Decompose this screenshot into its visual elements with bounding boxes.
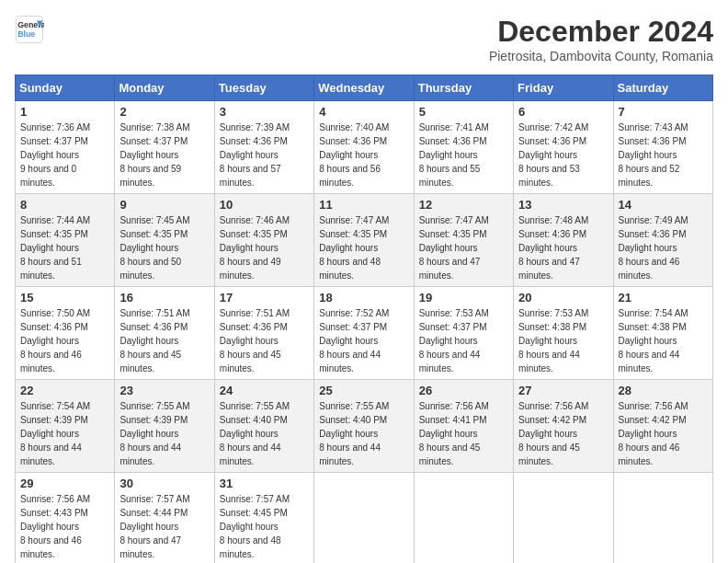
daylight-label: Daylight hours [20,243,79,253]
sunset-label: Sunset: 4:36 PM [220,136,288,146]
calendar-header-tuesday: Tuesday [214,75,313,101]
daylight-label: Daylight hours [619,243,677,253]
daylight-value: 8 hours and 47 minutes. [419,257,481,281]
sunrise-label: Sunrise: 7:47 AM [319,215,389,225]
day-info: Sunrise: 7:57 AM Sunset: 4:45 PM Dayligh… [220,492,309,561]
daylight-label: Daylight hours [319,336,378,346]
logo: General Blue [15,15,44,44]
daylight-value: 8 hours and 46 minutes. [20,350,82,373]
day-number: 20 [518,291,608,304]
day-info: Sunrise: 7:43 AM Sunset: 4:36 PM Dayligh… [619,121,708,190]
daylight-label: Daylight hours [419,243,478,253]
calendar-day-cell: 14 Sunrise: 7:49 AM Sunset: 4:36 PM Dayl… [613,194,712,287]
calendar-day-cell: 12 Sunrise: 7:47 AM Sunset: 4:35 PM Dayl… [414,194,513,287]
calendar-day-cell: 11 Sunrise: 7:47 AM Sunset: 4:35 PM Dayl… [314,194,414,287]
day-number: 6 [518,105,608,119]
daylight-label: Daylight hours [518,429,577,439]
calendar-day-cell: 3 Sunrise: 7:39 AM Sunset: 4:36 PM Dayli… [214,101,313,194]
title-area: December 2024 Pietrosita, Dambovita Coun… [489,15,713,63]
calendar-day-cell: 13 Sunrise: 7:48 AM Sunset: 4:36 PM Dayl… [514,194,613,287]
sunrise-label: Sunrise: 7:52 AM [319,308,389,318]
sunset-label: Sunset: 4:36 PM [419,136,487,146]
daylight-label: Daylight hours [319,243,378,253]
daylight-value: 8 hours and 45 minutes. [220,350,281,373]
daylight-value: 8 hours and 44 minutes. [20,442,82,466]
calendar-day-cell: 30 Sunrise: 7:57 AM Sunset: 4:44 PM Dayl… [115,473,214,564]
daylight-label: Daylight hours [220,150,279,160]
sunrise-label: Sunrise: 7:53 AM [518,308,588,318]
day-number: 15 [20,291,109,304]
daylight-value: 8 hours and 45 minutes. [518,442,580,466]
day-number: 4 [319,105,408,119]
calendar-table: SundayMondayTuesdayWednesdayThursdayFrid… [15,75,713,563]
sunset-label: Sunset: 4:36 PM [619,136,687,146]
daylight-label: Daylight hours [619,429,677,439]
day-number: 29 [20,477,109,490]
sunrise-label: Sunrise: 7:43 AM [619,122,688,132]
day-number: 12 [419,198,508,212]
daylight-label: Daylight hours [20,336,79,346]
day-info: Sunrise: 7:57 AM Sunset: 4:44 PM Dayligh… [119,492,209,561]
day-info: Sunrise: 7:53 AM Sunset: 4:38 PM Dayligh… [518,306,608,375]
calendar-day-cell: 25 Sunrise: 7:55 AM Sunset: 4:40 PM Dayl… [314,380,414,473]
daylight-value: 8 hours and 59 minutes. [119,164,181,188]
calendar-day-cell: 20 Sunrise: 7:53 AM Sunset: 4:38 PM Dayl… [514,287,613,380]
sunrise-label: Sunrise: 7:53 AM [419,308,489,318]
sunrise-label: Sunrise: 7:47 AM [419,215,489,225]
daylight-value: 8 hours and 46 minutes. [619,257,680,281]
day-number: 2 [119,105,209,119]
daylight-label: Daylight hours [119,336,178,346]
daylight-value: 8 hours and 49 minutes. [220,257,281,281]
calendar-day-cell: 31 Sunrise: 7:57 AM Sunset: 4:45 PM Dayl… [214,473,313,564]
sunset-label: Sunset: 4:40 PM [319,415,387,425]
calendar-day-cell: 2 Sunrise: 7:38 AM Sunset: 4:37 PM Dayli… [115,101,214,194]
calendar-week-row: 8 Sunrise: 7:44 AM Sunset: 4:35 PM Dayli… [16,194,713,287]
calendar-header-thursday: Thursday [414,75,513,101]
daylight-value: 8 hours and 51 minutes. [20,257,82,281]
day-info: Sunrise: 7:56 AM Sunset: 4:42 PM Dayligh… [619,399,708,468]
day-info: Sunrise: 7:42 AM Sunset: 4:36 PM Dayligh… [518,121,608,190]
day-info: Sunrise: 7:48 AM Sunset: 4:36 PM Dayligh… [518,213,608,282]
daylight-value: 8 hours and 50 minutes. [119,257,181,281]
daylight-label: Daylight hours [319,429,378,439]
daylight-value: 8 hours and 44 minutes. [619,350,680,373]
calendar-day-cell: 6 Sunrise: 7:42 AM Sunset: 4:36 PM Dayli… [514,101,613,194]
sunrise-label: Sunrise: 7:46 AM [220,215,290,225]
daylight-label: Daylight hours [619,336,677,346]
daylight-value: 8 hours and 47 minutes. [518,257,580,281]
sunset-label: Sunset: 4:43 PM [20,508,88,518]
day-number: 30 [119,477,209,490]
sunrise-label: Sunrise: 7:57 AM [119,494,189,504]
sunset-label: Sunset: 4:36 PM [518,229,586,239]
calendar-day-cell [613,473,712,564]
calendar-day-cell: 19 Sunrise: 7:53 AM Sunset: 4:37 PM Dayl… [414,287,513,380]
sunrise-label: Sunrise: 7:50 AM [20,308,90,318]
sunset-label: Sunset: 4:37 PM [119,136,188,146]
day-info: Sunrise: 7:41 AM Sunset: 4:36 PM Dayligh… [419,121,508,190]
daylight-value: 8 hours and 44 minutes. [518,350,580,373]
day-number: 10 [220,198,309,212]
daylight-label: Daylight hours [119,429,178,439]
daylight-value: 8 hours and 44 minutes. [319,350,381,373]
daylight-label: Daylight hours [419,429,478,439]
daylight-label: Daylight hours [220,243,279,253]
day-info: Sunrise: 7:55 AM Sunset: 4:40 PM Dayligh… [319,399,408,468]
day-info: Sunrise: 7:55 AM Sunset: 4:40 PM Dayligh… [220,399,309,468]
day-info: Sunrise: 7:53 AM Sunset: 4:37 PM Dayligh… [419,306,508,375]
calendar-day-cell: 5 Sunrise: 7:41 AM Sunset: 4:36 PM Dayli… [414,101,513,194]
daylight-value: 8 hours and 53 minutes. [518,164,580,188]
daylight-label: Daylight hours [220,522,279,532]
sunrise-label: Sunrise: 7:44 AM [20,215,90,225]
calendar-day-cell: 21 Sunrise: 7:54 AM Sunset: 4:38 PM Dayl… [613,287,712,380]
calendar-day-cell: 4 Sunrise: 7:40 AM Sunset: 4:36 PM Dayli… [314,101,414,194]
calendar-day-cell [414,473,513,564]
sunrise-label: Sunrise: 7:41 AM [419,122,489,132]
day-info: Sunrise: 7:47 AM Sunset: 4:35 PM Dayligh… [319,213,408,282]
daylight-label: Daylight hours [220,429,279,439]
calendar-day-cell: 10 Sunrise: 7:46 AM Sunset: 4:35 PM Dayl… [214,194,313,287]
sunset-label: Sunset: 4:44 PM [119,508,188,518]
day-info: Sunrise: 7:40 AM Sunset: 4:36 PM Dayligh… [319,121,408,190]
day-number: 3 [220,105,309,119]
day-info: Sunrise: 7:50 AM Sunset: 4:36 PM Dayligh… [20,306,109,375]
day-number: 7 [619,105,708,119]
